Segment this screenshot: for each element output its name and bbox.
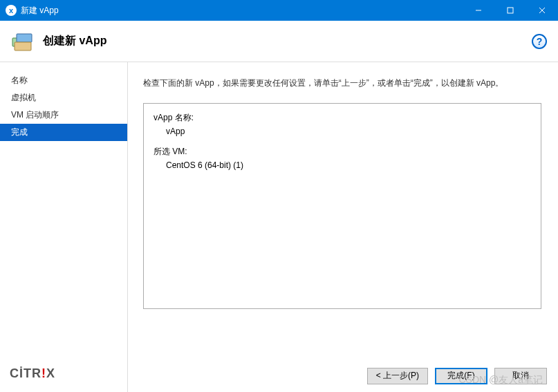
help-icon[interactable]: ? xyxy=(532,34,547,49)
vapp-name-label: vApp 名称: xyxy=(154,112,531,124)
window-titlebar: x 新建 vApp xyxy=(0,0,558,21)
step-finish[interactable]: 完成 xyxy=(0,124,127,141)
page-title: 创建新 vApp xyxy=(43,34,106,48)
svg-rect-6 xyxy=(15,42,31,50)
wizard-sidebar: 名称 虚拟机 VM 启动顺序 完成 CİTR!X xyxy=(0,62,128,392)
app-icon: x xyxy=(6,5,17,16)
wizard-content: 检查下面的新 vApp，如果需要更改任何设置，请单击“上一步”，或者单击“完成”… xyxy=(128,62,558,359)
wizard-main: 检查下面的新 vApp，如果需要更改任何设置，请单击“上一步”，或者单击“完成”… xyxy=(128,62,558,392)
minimize-button[interactable] xyxy=(463,0,494,21)
svg-rect-5 xyxy=(17,34,32,42)
wizard-steps: 名称 虚拟机 VM 启动顺序 完成 xyxy=(0,72,127,141)
header-left: 创建新 vApp xyxy=(11,31,106,52)
step-name[interactable]: 名称 xyxy=(0,72,127,89)
maximize-button[interactable] xyxy=(494,0,526,21)
watermark: CSDN @友人a笔记 xyxy=(458,374,543,386)
close-button[interactable] xyxy=(526,0,558,21)
previous-button[interactable]: < 上一步(P) xyxy=(367,368,428,384)
citrix-logo: CİTR!X xyxy=(0,366,127,392)
svg-rect-1 xyxy=(508,8,513,13)
window-title: 新建 vApp xyxy=(21,5,59,17)
step-vm-start-sequence[interactable]: VM 启动顺序 xyxy=(0,106,127,124)
wizard-header: 创建新 vApp ? xyxy=(0,21,558,62)
selected-vm-label: 所选 VM: xyxy=(154,146,531,158)
summary-box: vApp 名称: vApp 所选 VM: CentOS 6 (64-bit) (… xyxy=(143,103,541,309)
vapp-name-value: vApp xyxy=(166,127,531,136)
vapp-icon xyxy=(11,31,35,52)
titlebar-left: x 新建 vApp xyxy=(6,5,59,17)
intro-text: 检查下面的新 vApp，如果需要更改任何设置，请单击“上一步”，或者单击“完成”… xyxy=(143,77,541,89)
step-virtual-machines[interactable]: 虚拟机 xyxy=(0,89,127,106)
titlebar-controls xyxy=(463,0,558,21)
selected-vm-value: CentOS 6 (64-bit) (1) xyxy=(166,160,531,170)
body: 名称 虚拟机 VM 启动顺序 完成 CİTR!X 检查下面的新 vApp，如果需… xyxy=(0,62,558,392)
